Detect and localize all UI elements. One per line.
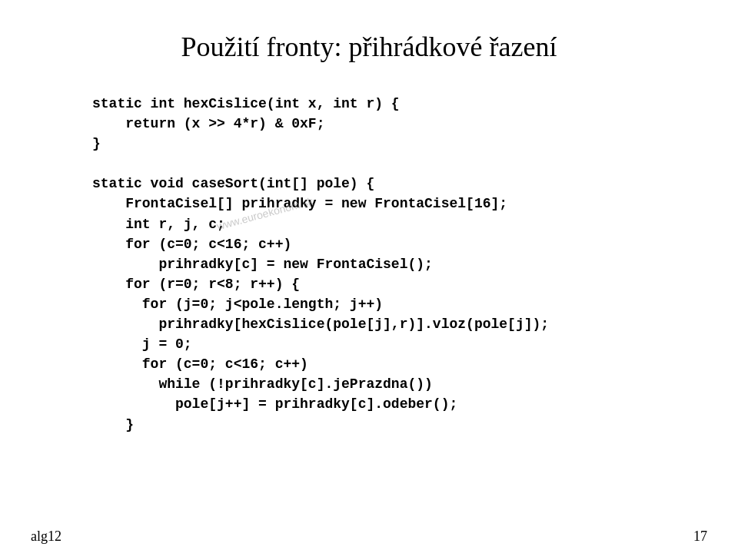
slide-title: Použití fronty: přihrádkové řazení: [46, 31, 692, 63]
footer-right: 17: [693, 529, 707, 545]
code-block: static int hexCislice(int x, int r) { re…: [92, 94, 692, 435]
footer-left: alg12: [31, 529, 62, 545]
slide: Použití fronty: přihrádkové řazení stati…: [0, 0, 738, 560]
